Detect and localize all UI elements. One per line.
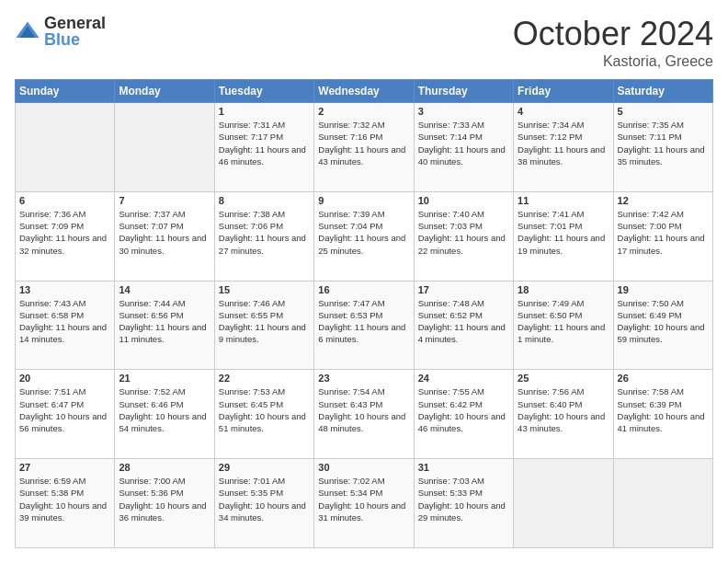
calendar-cell: 30Sunrise: 7:02 AMSunset: 5:34 PMDayligh… <box>314 459 414 548</box>
day-info: Sunrise: 7:44 AMSunset: 6:56 PMDaylight:… <box>119 297 210 346</box>
day-number: 10 <box>418 195 509 206</box>
day-info: Sunrise: 7:33 AMSunset: 7:14 PMDaylight:… <box>418 119 509 167</box>
day-number: 18 <box>518 284 609 295</box>
header: General Blue October 2024 Kastoria, Gree… <box>15 15 713 70</box>
day-number: 5 <box>618 106 709 117</box>
day-info: Sunrise: 7:55 AMSunset: 6:42 PMDaylight:… <box>418 385 509 434</box>
day-info: Sunrise: 7:38 AMSunset: 7:06 PMDaylight:… <box>219 208 310 257</box>
calendar-cell: 20Sunrise: 7:51 AMSunset: 6:47 PMDayligh… <box>16 370 115 459</box>
day-info: Sunrise: 7:03 AMSunset: 5:33 PMDaylight:… <box>418 475 509 523</box>
day-number: 8 <box>219 195 310 206</box>
day-info: Sunrise: 7:50 AMSunset: 6:49 PMDaylight:… <box>618 297 709 346</box>
day-info: Sunrise: 7:43 AMSunset: 6:58 PMDaylight:… <box>19 297 110 346</box>
weekday-row: SundayMondayTuesdayWednesdayThursdayFrid… <box>16 80 713 103</box>
day-info: Sunrise: 7:32 AMSunset: 7:16 PMDaylight:… <box>318 119 409 167</box>
day-info: Sunrise: 7:36 AMSunset: 7:09 PMDaylight:… <box>19 208 110 257</box>
week-row-2: 6Sunrise: 7:36 AMSunset: 7:09 PMDaylight… <box>16 191 713 281</box>
day-info: Sunrise: 7:34 AMSunset: 7:12 PMDaylight:… <box>518 119 609 167</box>
day-info: Sunrise: 7:53 AMSunset: 6:45 PMDaylight:… <box>219 385 310 434</box>
day-info: Sunrise: 7:39 AMSunset: 7:04 PMDaylight:… <box>318 208 409 257</box>
calendar-body: 1Sunrise: 7:31 AMSunset: 7:17 PMDaylight… <box>16 103 713 548</box>
logo-blue: Blue <box>44 31 106 48</box>
logo-icon <box>15 18 40 44</box>
day-number: 27 <box>19 462 110 473</box>
calendar-cell: 14Sunrise: 7:44 AMSunset: 6:56 PMDayligh… <box>115 281 214 370</box>
weekday-header-friday: Friday <box>514 80 613 103</box>
day-info: Sunrise: 7:35 AMSunset: 7:11 PMDaylight:… <box>618 119 709 167</box>
day-number: 3 <box>418 106 509 117</box>
day-number: 22 <box>219 373 310 384</box>
calendar-header: SundayMondayTuesdayWednesdayThursdayFrid… <box>16 80 713 103</box>
day-number: 9 <box>318 195 409 206</box>
calendar-cell: 16Sunrise: 7:47 AMSunset: 6:53 PMDayligh… <box>314 281 414 370</box>
calendar-cell: 5Sunrise: 7:35 AMSunset: 7:11 PMDaylight… <box>613 103 712 192</box>
calendar-cell: 15Sunrise: 7:46 AMSunset: 6:55 PMDayligh… <box>214 281 313 370</box>
day-info: Sunrise: 7:37 AMSunset: 7:07 PMDaylight:… <box>119 208 210 257</box>
day-info: Sunrise: 7:00 AMSunset: 5:36 PMDaylight:… <box>119 475 210 523</box>
day-number: 4 <box>518 106 609 117</box>
day-number: 20 <box>19 373 110 384</box>
day-info: Sunrise: 7:01 AMSunset: 5:35 PMDaylight:… <box>219 475 310 523</box>
calendar-cell: 11Sunrise: 7:41 AMSunset: 7:01 PMDayligh… <box>514 191 613 281</box>
logo-general: General <box>44 15 106 31</box>
day-number: 19 <box>618 284 709 295</box>
day-number: 30 <box>318 462 409 473</box>
calendar-cell: 6Sunrise: 7:36 AMSunset: 7:09 PMDaylight… <box>16 191 115 281</box>
weekday-header-monday: Monday <box>115 80 214 103</box>
day-number: 13 <box>19 284 110 295</box>
calendar-cell: 3Sunrise: 7:33 AMSunset: 7:14 PMDaylight… <box>414 103 513 192</box>
weekday-header-sunday: Sunday <box>16 80 115 103</box>
day-number: 26 <box>618 373 709 384</box>
day-number: 15 <box>219 284 310 295</box>
day-info: Sunrise: 7:47 AMSunset: 6:53 PMDaylight:… <box>318 297 409 346</box>
day-info: Sunrise: 7:52 AMSunset: 6:46 PMDaylight:… <box>119 385 210 434</box>
calendar-cell: 8Sunrise: 7:38 AMSunset: 7:06 PMDaylight… <box>214 191 313 281</box>
week-row-4: 20Sunrise: 7:51 AMSunset: 6:47 PMDayligh… <box>16 370 713 459</box>
calendar-cell: 9Sunrise: 7:39 AMSunset: 7:04 PMDaylight… <box>314 191 414 281</box>
calendar-cell: 28Sunrise: 7:00 AMSunset: 5:36 PMDayligh… <box>115 459 214 548</box>
calendar-cell: 25Sunrise: 7:56 AMSunset: 6:40 PMDayligh… <box>514 370 613 459</box>
location-subtitle: Kastoria, Greece <box>513 53 713 70</box>
calendar-cell: 23Sunrise: 7:54 AMSunset: 6:43 PMDayligh… <box>314 370 414 459</box>
day-info: Sunrise: 7:48 AMSunset: 6:52 PMDaylight:… <box>418 297 509 346</box>
calendar-cell: 27Sunrise: 6:59 AMSunset: 5:38 PMDayligh… <box>16 459 115 548</box>
day-number: 31 <box>418 462 509 473</box>
day-number: 2 <box>318 106 409 117</box>
page: General Blue October 2024 Kastoria, Gree… <box>0 0 728 563</box>
weekday-header-tuesday: Tuesday <box>214 80 313 103</box>
calendar-cell: 31Sunrise: 7:03 AMSunset: 5:33 PMDayligh… <box>414 459 513 548</box>
week-row-1: 1Sunrise: 7:31 AMSunset: 7:17 PMDaylight… <box>16 103 713 192</box>
day-info: Sunrise: 7:54 AMSunset: 6:43 PMDaylight:… <box>318 385 409 434</box>
calendar-cell <box>16 103 115 192</box>
title-area: October 2024 Kastoria, Greece <box>513 15 713 70</box>
calendar-cell: 21Sunrise: 7:52 AMSunset: 6:46 PMDayligh… <box>115 370 214 459</box>
day-info: Sunrise: 7:41 AMSunset: 7:01 PMDaylight:… <box>518 208 609 257</box>
calendar-cell: 10Sunrise: 7:40 AMSunset: 7:03 PMDayligh… <box>414 191 513 281</box>
day-info: Sunrise: 7:58 AMSunset: 6:39 PMDaylight:… <box>618 385 709 434</box>
calendar: SundayMondayTuesdayWednesdayThursdayFrid… <box>15 79 713 548</box>
calendar-cell <box>613 459 712 548</box>
weekday-header-thursday: Thursday <box>414 80 513 103</box>
calendar-cell: 17Sunrise: 7:48 AMSunset: 6:52 PMDayligh… <box>414 281 513 370</box>
day-number: 21 <box>119 373 210 384</box>
day-number: 1 <box>219 106 310 117</box>
day-number: 16 <box>318 284 409 295</box>
day-info: Sunrise: 7:02 AMSunset: 5:34 PMDaylight:… <box>318 475 409 523</box>
day-number: 23 <box>318 373 409 384</box>
day-number: 25 <box>518 373 609 384</box>
day-info: Sunrise: 7:46 AMSunset: 6:55 PMDaylight:… <box>219 297 310 346</box>
calendar-cell <box>514 459 613 548</box>
calendar-cell: 29Sunrise: 7:01 AMSunset: 5:35 PMDayligh… <box>214 459 313 548</box>
day-number: 11 <box>518 195 609 206</box>
day-info: Sunrise: 7:49 AMSunset: 6:50 PMDaylight:… <box>518 297 609 346</box>
day-info: Sunrise: 7:40 AMSunset: 7:03 PMDaylight:… <box>418 208 509 257</box>
calendar-cell <box>115 103 214 192</box>
week-row-3: 13Sunrise: 7:43 AMSunset: 6:58 PMDayligh… <box>16 281 713 370</box>
calendar-cell: 12Sunrise: 7:42 AMSunset: 7:00 PMDayligh… <box>613 191 712 281</box>
logo: General Blue <box>15 15 106 48</box>
weekday-header-wednesday: Wednesday <box>314 80 414 103</box>
logo-text: General Blue <box>44 15 106 48</box>
calendar-cell: 13Sunrise: 7:43 AMSunset: 6:58 PMDayligh… <box>16 281 115 370</box>
calendar-cell: 18Sunrise: 7:49 AMSunset: 6:50 PMDayligh… <box>514 281 613 370</box>
calendar-cell: 4Sunrise: 7:34 AMSunset: 7:12 PMDaylight… <box>514 103 613 192</box>
